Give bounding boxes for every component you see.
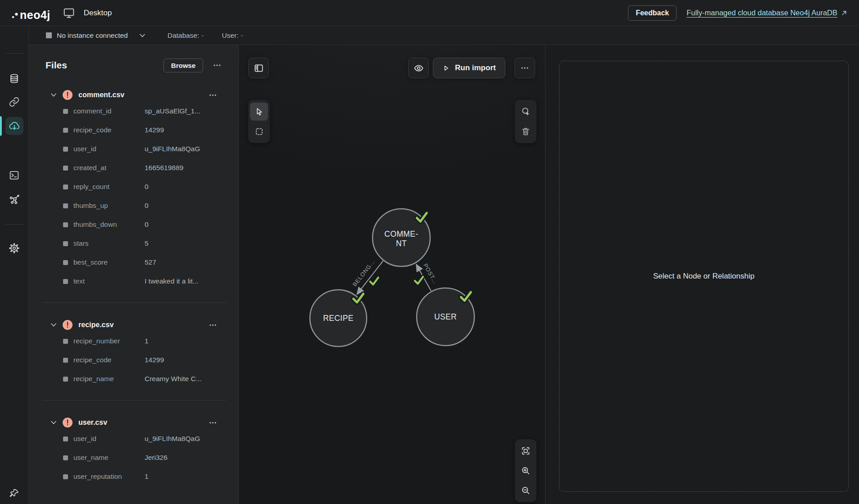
preview-button[interactable] bbox=[408, 58, 429, 78]
field-bullet-icon bbox=[63, 109, 68, 114]
field-row-recipe_code: recipe_code14299 bbox=[45, 351, 238, 369]
instance-status-text: No instance connected bbox=[57, 32, 128, 40]
neo4j-logo-dots bbox=[11, 5, 19, 19]
zoom-in-button[interactable] bbox=[517, 462, 535, 480]
exclamation-icon bbox=[63, 90, 73, 100]
field-row-user_id: user_idu_9iFLIhMa8QaG bbox=[45, 429, 238, 448]
ellipsis-icon bbox=[208, 90, 218, 100]
file-section-recipe.csv: recipe.csvrecipe_number1recipe_code14299… bbox=[45, 318, 238, 388]
database-indicator: Database:- bbox=[168, 32, 204, 40]
play-icon bbox=[442, 64, 450, 72]
ellipsis-icon bbox=[208, 418, 218, 428]
field-row-user_name: user_nameJeri326 bbox=[45, 448, 238, 467]
field-bullet-icon bbox=[63, 241, 68, 246]
external-link-icon bbox=[840, 9, 848, 17]
sidebar-item-connect[interactable] bbox=[5, 93, 23, 111]
feedback-button[interactable]: Feedback bbox=[628, 5, 677, 21]
file-section-comment.csv: comment.csvcomment_idsp_aUSaElGf_1...rec… bbox=[45, 88, 238, 291]
pointer-tool-button[interactable] bbox=[250, 103, 268, 121]
fit-to-view-button[interactable] bbox=[517, 442, 535, 460]
sidebar-item-import[interactable] bbox=[5, 117, 23, 135]
files-menu-button[interactable] bbox=[209, 58, 225, 73]
chevron-down-icon bbox=[49, 90, 58, 99]
ellipsis-icon bbox=[208, 320, 218, 330]
field-name: reply_count bbox=[73, 183, 145, 191]
delete-button[interactable] bbox=[517, 122, 535, 140]
field-row-recipe_name: recipe_nameCreamy White C... bbox=[45, 369, 238, 388]
database-icon bbox=[9, 73, 20, 84]
svg-text:COMME-: COMME- bbox=[384, 230, 418, 238]
ellipsis-icon bbox=[212, 60, 222, 70]
browse-button[interactable]: Browse bbox=[164, 58, 203, 72]
field-row-thumbs_up: thumbs_up0 bbox=[45, 196, 238, 215]
relationship-label-POST...[interactable]: POST... bbox=[422, 262, 439, 285]
sidebar-item-graph-apps[interactable] bbox=[5, 190, 23, 208]
inspector-empty-state: Select a Node or Relationship bbox=[559, 61, 849, 492]
cursor-icon bbox=[255, 107, 264, 117]
toggle-files-panel-button[interactable] bbox=[248, 58, 269, 78]
field-bullet-icon bbox=[63, 358, 68, 363]
field-value: Jeri326 bbox=[145, 454, 168, 462]
connection-bar: No instance connected Database:- User:- bbox=[29, 26, 859, 45]
field-value: I tweaked it a lit... bbox=[145, 277, 199, 285]
link-icon bbox=[9, 96, 20, 108]
field-name: text bbox=[73, 277, 145, 285]
field-row-best_score: best_score527 bbox=[45, 253, 238, 272]
field-row-text: textI tweaked it a lit... bbox=[45, 272, 238, 291]
field-bullet-icon bbox=[63, 339, 68, 344]
fit-view-icon bbox=[521, 446, 531, 456]
zoom-in-icon bbox=[521, 466, 531, 476]
svg-text:USER: USER bbox=[434, 312, 457, 321]
zoom-out-button[interactable] bbox=[517, 482, 535, 500]
file-row-header[interactable]: user.csv bbox=[45, 416, 238, 429]
sidebar-item-settings[interactable] bbox=[5, 239, 23, 257]
file-menu-button[interactable] bbox=[205, 415, 220, 430]
desktop-monitor-icon bbox=[63, 7, 75, 19]
warning-status-icon bbox=[63, 418, 73, 428]
marquee-select-tool-button[interactable] bbox=[250, 122, 268, 140]
field-name: user_id bbox=[73, 435, 145, 443]
sidebar-item-pin[interactable] bbox=[5, 484, 23, 502]
field-row-reply_count: reply_count0 bbox=[45, 177, 238, 196]
exclamation-icon bbox=[63, 418, 73, 428]
field-value: u_9iFLIhMa8QaG bbox=[145, 145, 200, 153]
node-edit-palette bbox=[515, 100, 536, 143]
field-value: u_9iFLIhMa8QaG bbox=[145, 435, 200, 443]
field-value: 14299 bbox=[145, 356, 164, 364]
field-name: created_at bbox=[73, 164, 145, 172]
aura-db-link[interactable]: Fully-managed cloud database Neo4j AuraD… bbox=[686, 9, 848, 17]
user-indicator: User:- bbox=[222, 32, 243, 40]
marquee-select-icon bbox=[255, 127, 264, 136]
field-name: best_score bbox=[73, 258, 145, 266]
database-label: Database: bbox=[168, 32, 200, 39]
add-node-button[interactable] bbox=[517, 103, 535, 121]
aura-db-link-label: Fully-managed cloud database Neo4j AuraD… bbox=[686, 9, 837, 17]
ellipsis-icon bbox=[520, 63, 530, 73]
select-tools-palette bbox=[248, 100, 270, 143]
field-bullet-icon bbox=[63, 147, 68, 152]
database-value: - bbox=[201, 32, 204, 39]
cloud-import-icon bbox=[9, 120, 20, 132]
sidebar-item-terminal[interactable] bbox=[5, 166, 23, 184]
instance-dropdown-chevron-icon[interactable] bbox=[138, 31, 147, 40]
field-bullet-icon bbox=[63, 279, 68, 284]
run-import-button[interactable]: Run import bbox=[433, 58, 505, 78]
graph-network-icon bbox=[9, 194, 20, 205]
field-bullet-icon bbox=[63, 128, 68, 133]
sidebar-item-database[interactable] bbox=[5, 69, 23, 87]
files-panel-title: Files bbox=[45, 60, 67, 71]
user-value: - bbox=[241, 32, 243, 39]
rail-divider bbox=[5, 224, 23, 225]
field-row-user_id: user_idu_9iFLIhMa8QaG bbox=[45, 140, 238, 158]
model-canvas[interactable]: BELONG...POST...COMME-NTRECIPEUSER Run i… bbox=[239, 45, 545, 504]
file-menu-button[interactable] bbox=[205, 88, 220, 103]
file-row-header[interactable]: recipe.csv bbox=[45, 318, 238, 332]
file-row-header[interactable]: comment.csv bbox=[45, 88, 238, 102]
field-name: user_id bbox=[73, 145, 145, 153]
field-value: 5 bbox=[145, 239, 149, 248]
files-panel: Files Browse comment.csvcomment_idsp_aUS… bbox=[29, 45, 239, 504]
section-divider bbox=[42, 400, 227, 400]
file-menu-button[interactable] bbox=[205, 318, 220, 333]
canvas-menu-button[interactable] bbox=[514, 58, 535, 78]
field-name: recipe_number bbox=[73, 337, 145, 345]
